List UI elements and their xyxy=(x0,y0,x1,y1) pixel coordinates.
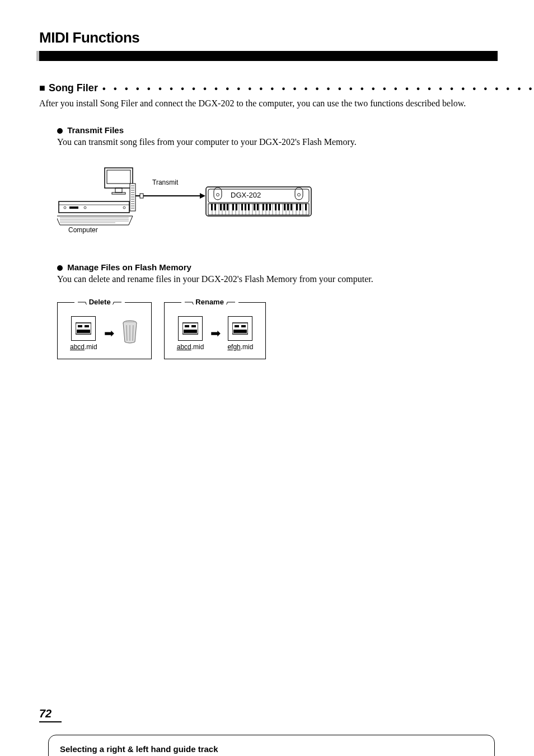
transmit-diagram: Computer Transmit xyxy=(57,165,534,240)
bullet-icon xyxy=(57,128,63,134)
svg-rect-88 xyxy=(85,325,89,327)
svg-rect-28 xyxy=(140,194,143,198)
file-icon xyxy=(228,316,252,341)
page-title: MIDI Functions xyxy=(39,29,495,46)
svg-rect-101 xyxy=(233,330,247,333)
svg-rect-0 xyxy=(105,168,133,188)
svg-rect-3 xyxy=(112,192,125,194)
computer-label: Computer xyxy=(68,226,98,234)
arrow-icon: ➡ xyxy=(104,326,114,341)
svg-point-6 xyxy=(64,206,66,209)
file-item: abcd.mid xyxy=(70,316,97,351)
svg-point-9 xyxy=(123,206,125,209)
svg-rect-4 xyxy=(59,201,129,213)
manage-body: You can delete and rename files in your … xyxy=(57,273,534,285)
svg-rect-42 xyxy=(245,204,246,210)
bullet-icon xyxy=(57,265,63,271)
svg-rect-38 xyxy=(227,204,228,210)
svg-rect-34 xyxy=(211,204,213,210)
svg-point-31 xyxy=(217,194,219,196)
svg-rect-97 xyxy=(184,330,197,333)
manage-diagram: Delete abcd.mid ➡ Rename xyxy=(57,302,534,359)
svg-point-32 xyxy=(298,194,301,196)
svg-rect-89 xyxy=(77,330,90,333)
arrow-icon: ➡ xyxy=(210,326,221,341)
transmit-label: Transmit xyxy=(152,179,179,186)
svg-rect-87 xyxy=(78,325,82,327)
transmit-body: You can transmit song files from your co… xyxy=(57,136,534,148)
file-icon xyxy=(71,316,96,341)
square-marker-icon: ■ xyxy=(39,82,45,94)
svg-rect-56 xyxy=(305,204,307,210)
rename-box-label: Rename xyxy=(181,298,238,306)
subheading-manage-label: Manage Files on Flash Memory xyxy=(67,262,191,272)
file-item: abcd.mid xyxy=(177,316,204,351)
svg-rect-40 xyxy=(236,204,237,210)
callout-box: Selecting a right & left hand guide trac… xyxy=(48,735,495,756)
svg-rect-53 xyxy=(291,204,292,210)
delete-box: Delete abcd.mid ➡ xyxy=(57,302,152,359)
callout-title: Selecting a right & left hand guide trac… xyxy=(60,744,483,754)
svg-rect-99 xyxy=(235,325,239,327)
device-label: DGX-202 xyxy=(231,191,261,199)
svg-rect-35 xyxy=(214,204,216,210)
subheading-manage: Manage Files on Flash Memory xyxy=(57,262,534,272)
svg-rect-43 xyxy=(248,204,250,210)
leader-dots: • • • • • • • • • • • • • • • • • • • • … xyxy=(102,84,534,94)
svg-rect-51 xyxy=(284,204,285,210)
file-name: efgh.mid xyxy=(227,343,253,351)
section-title: Song Filer xyxy=(49,82,98,94)
svg-rect-95 xyxy=(185,325,189,327)
svg-rect-36 xyxy=(220,204,222,210)
delete-box-label: Delete xyxy=(74,298,125,306)
svg-rect-49 xyxy=(275,204,277,210)
svg-rect-48 xyxy=(269,204,271,210)
svg-marker-27 xyxy=(200,193,205,199)
svg-rect-100 xyxy=(241,325,246,327)
file-item: efgh.mid xyxy=(227,316,253,351)
svg-rect-7 xyxy=(69,206,78,209)
file-name: abcd.mid xyxy=(177,343,204,351)
svg-rect-2 xyxy=(115,188,122,192)
subheading-transmit: Transmit Files xyxy=(57,125,534,135)
svg-rect-45 xyxy=(257,204,259,210)
file-icon xyxy=(178,316,203,341)
svg-rect-52 xyxy=(287,204,289,210)
svg-rect-41 xyxy=(241,204,243,210)
svg-rect-14 xyxy=(130,184,135,211)
rename-box: Rename abcd.mid ➡ efgh.mid xyxy=(164,302,266,359)
svg-rect-37 xyxy=(223,204,225,210)
svg-rect-54 xyxy=(296,204,298,210)
trash-icon xyxy=(121,320,139,348)
page-number: 72 xyxy=(39,707,62,722)
svg-rect-55 xyxy=(299,204,301,210)
section-intro: After you install Song Filer and connect… xyxy=(39,97,534,110)
header-bar xyxy=(36,51,498,61)
svg-rect-47 xyxy=(266,204,268,210)
section-heading-song-filer: ■ Song Filer • • • • • • • • • • • • • •… xyxy=(39,82,534,94)
svg-rect-44 xyxy=(254,204,255,210)
svg-rect-46 xyxy=(263,204,264,210)
svg-rect-39 xyxy=(232,204,234,210)
svg-rect-50 xyxy=(278,204,280,210)
svg-point-8 xyxy=(84,206,86,209)
svg-rect-1 xyxy=(107,170,130,184)
file-name: abcd.mid xyxy=(70,343,97,351)
subheading-transmit-label: Transmit Files xyxy=(67,125,124,135)
svg-rect-96 xyxy=(191,325,196,327)
